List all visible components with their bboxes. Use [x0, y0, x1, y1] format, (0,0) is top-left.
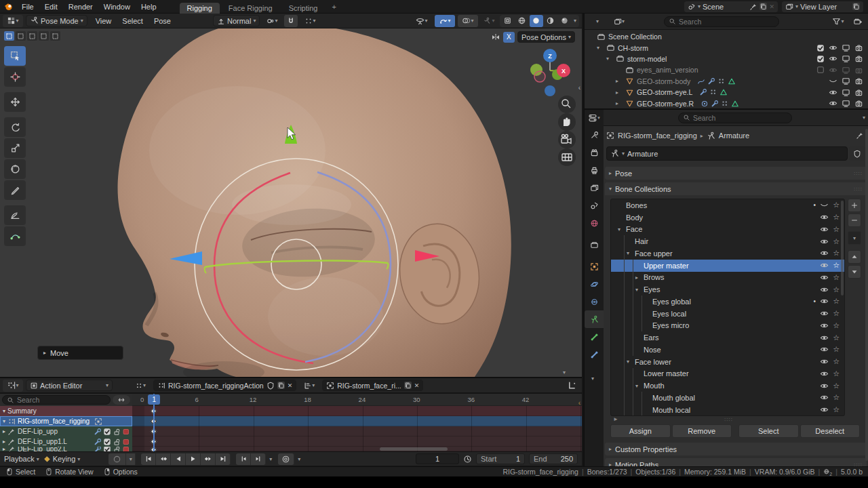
eye-icon[interactable] — [820, 213, 829, 222]
eye-icon[interactable] — [820, 369, 829, 378]
wrench-icon[interactable] — [711, 100, 719, 108]
properties-tab-object[interactable] — [585, 258, 604, 275]
eye-icon[interactable] — [820, 345, 829, 354]
checkbox-checked-icon[interactable] — [103, 438, 111, 446]
wrench-icon[interactable] — [94, 438, 102, 446]
operator-panel[interactable]: ▸ Move — [37, 346, 123, 360]
eye-icon[interactable] — [820, 273, 829, 282]
properties-tab-tool[interactable] — [585, 126, 604, 144]
pose-options-dropdown[interactable]: Pose Options ▾ — [517, 31, 575, 43]
eye-dim-icon[interactable] — [828, 66, 838, 75]
move-tool[interactable] — [4, 92, 26, 112]
pin-icon[interactable] — [7, 447, 16, 451]
favorite-star-icon[interactable]: ☆ — [833, 249, 840, 257]
properties-search[interactable] — [678, 113, 792, 123]
bone-collection-row[interactable]: ▾Face lower☆ — [611, 356, 844, 368]
playhead-frame-badge[interactable]: 1 — [148, 394, 160, 405]
select-mode-2[interactable] — [27, 31, 37, 41]
unlink-slot-icon[interactable]: ✕ — [414, 382, 420, 389]
outliner-row[interactable]: Scene Collection — [585, 31, 868, 42]
properties-tab-data[interactable] — [585, 310, 604, 328]
camera-icon[interactable] — [854, 88, 864, 97]
checkbox-checked-icon[interactable] — [103, 447, 111, 451]
play-reverse-icon[interactable] — [171, 453, 186, 465]
cursor-tool[interactable] — [4, 67, 26, 87]
visibility-dropdown[interactable]: ▾ — [412, 15, 432, 27]
channel-row[interactable]: ▸DEF-Lip_upp1.L — [0, 436, 132, 447]
viewport-menu-view[interactable]: View — [90, 17, 117, 25]
bone-collection-row[interactable]: Mouth global☆ — [611, 392, 844, 404]
wrench-icon[interactable] — [707, 77, 715, 85]
favorite-star-icon[interactable]: ☆ — [833, 394, 840, 401]
properties-tab-bone-constraint[interactable] — [585, 346, 604, 363]
eye-icon[interactable] — [820, 405, 829, 414]
bone-collections-list[interactable]: Bones•☆Body☆▾Face☆Hair☆▾Face upper☆Upper… — [610, 199, 845, 416]
screen-icon[interactable] — [841, 77, 851, 85]
eye-icon[interactable] — [820, 393, 829, 402]
tabs-overflow-arrow[interactable]: ▾ — [591, 375, 594, 382]
eye-icon[interactable] — [820, 261, 829, 270]
properties-tab-viewlayer[interactable] — [585, 179, 604, 197]
outliner-search[interactable] — [664, 16, 779, 27]
custom-properties-panel-header[interactable]: ▸Custom Properties — [605, 443, 867, 455]
current-frame-field[interactable]: 1 — [416, 453, 459, 464]
frame-forward-icon[interactable] — [251, 453, 266, 465]
eye-icon[interactable] — [828, 43, 838, 52]
triangle-icon[interactable] — [719, 88, 728, 96]
menu-help[interactable]: Help — [136, 3, 162, 11]
list-move-down-button[interactable] — [848, 265, 861, 279]
solo-icon[interactable] — [122, 447, 130, 451]
viewport-3d[interactable]: Z X — [0, 28, 582, 377]
eye-icon[interactable] — [820, 333, 829, 342]
outliner-display-mode-button[interactable]: ▾ — [588, 16, 607, 28]
editor-corner-widget[interactable]: ▾ — [563, 369, 566, 375]
region-collapse-arrow[interactable]: ‹ — [578, 399, 580, 407]
deselect-button[interactable]: Deselect — [800, 424, 861, 438]
outliner-filter-button[interactable]: ▾ — [829, 16, 847, 28]
start-frame-field[interactable]: Start 1 — [476, 453, 525, 464]
remove-button[interactable]: Remove — [672, 424, 732, 438]
workspace-tab-scripting[interactable]: Scripting — [281, 3, 326, 14]
screen-icon[interactable] — [841, 99, 851, 108]
viewport-menu-select[interactable]: Select — [117, 17, 149, 25]
eye-icon[interactable] — [820, 237, 829, 246]
overlays-toggle[interactable]: ▾ — [458, 15, 478, 27]
screen-dim-icon[interactable] — [841, 66, 851, 75]
bone-collections-panel-header[interactable]: ▾Bone Collections :::: — [605, 182, 867, 195]
dopesheet-body[interactable]: 06121824303642 ▾Summary▾RIG-storm_face_r… — [0, 394, 582, 451]
bone-collection-row[interactable]: ▾Eyes☆ — [611, 283, 844, 296]
bone-collection-row[interactable]: Eyes local☆ — [611, 308, 844, 320]
bone-collection-row[interactable]: Hair☆ — [611, 235, 844, 247]
favorite-star-icon[interactable]: ☆ — [833, 274, 840, 281]
channel-search-input[interactable] — [17, 396, 106, 404]
checkbox-empty-icon[interactable] — [815, 66, 825, 74]
favorite-star-icon[interactable]: ☆ — [833, 310, 840, 317]
favorite-star-icon[interactable]: ☆ — [833, 370, 840, 378]
xray-toggle[interactable]: ▾ — [481, 15, 497, 27]
action-name-field[interactable]: RIG-storm_face_riggingAction ✕ — [153, 380, 296, 391]
channel-row[interactable]: ▾RIG-storm_face_rigging — [0, 416, 132, 426]
solo-icon[interactable] — [122, 428, 130, 436]
bone-collection-row[interactable]: Lower master☆ — [611, 368, 844, 380]
favorite-star-icon[interactable]: ☆ — [833, 334, 840, 342]
armature-name-field[interactable]: ▾ Armature — [606, 146, 848, 161]
bone-collection-row[interactable]: Nose☆ — [611, 344, 844, 356]
properties-editor-type-button[interactable]: ▾ — [585, 110, 604, 126]
autokey-icon[interactable] — [278, 453, 294, 465]
pin-icon[interactable] — [749, 3, 757, 11]
outliner-row[interactable]: ▸GEO-storm-eye.R — [585, 98, 868, 108]
outliner-filter-id-button[interactable]: ▾ — [610, 16, 629, 28]
pivot-point-button[interactable]: ▾ — [262, 15, 281, 27]
keying-menu[interactable]: Keying▾ — [43, 455, 81, 463]
transform-tool[interactable] — [4, 159, 26, 179]
expander-open-icon[interactable]: ▾ — [635, 383, 644, 389]
view-layer-selector[interactable]: ▾ View Layer — [781, 1, 864, 13]
shading-rendered-button[interactable] — [558, 15, 572, 27]
bone-collection-row[interactable]: ▸Brows☆ — [611, 272, 844, 284]
favorite-star-icon[interactable]: ☆ — [833, 226, 840, 233]
copy-icon[interactable] — [404, 382, 412, 389]
eye-closed-icon[interactable] — [828, 77, 838, 85]
particles-icon[interactable] — [709, 88, 717, 96]
bone-collections-scrollbar[interactable] — [841, 201, 844, 296]
select-mode-3[interactable] — [39, 31, 49, 41]
